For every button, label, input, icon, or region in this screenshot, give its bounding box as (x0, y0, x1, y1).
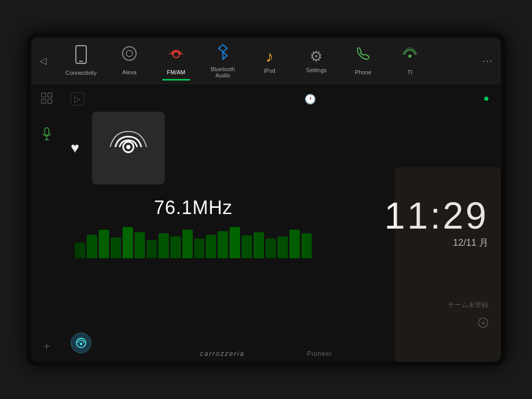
alexa-icon (122, 46, 137, 67)
svg-point-16 (80, 343, 83, 345)
eq-bar (182, 230, 193, 258)
nav-item-bluetooth[interactable]: BluetoothAudio (200, 38, 246, 83)
bluetooth-icon (217, 43, 229, 64)
nav-item-phone[interactable]: Phone (340, 42, 387, 79)
settings-icon: ⚙ (310, 48, 323, 65)
eq-bar (206, 235, 216, 258)
eq-bar (135, 232, 145, 258)
ti-label: TI (407, 69, 413, 75)
fm-display-area: ▷ 🕐 ♥ (62, 84, 324, 362)
scroll-icon[interactable] (478, 317, 488, 330)
right-panel: 11:29 12/11 月 チーム未登録 (324, 84, 501, 362)
add-icon[interactable]: + (44, 340, 50, 353)
eq-bar (289, 230, 300, 258)
nav-item-ipod[interactable]: ♪ iPod (246, 44, 293, 78)
eq-bar (147, 240, 157, 258)
svg-rect-0 (76, 46, 86, 63)
svg-point-5 (408, 55, 411, 58)
eq-bar (123, 227, 133, 258)
clock-display: 11:29 (337, 197, 488, 234)
eq-bar (194, 238, 205, 258)
svg-point-3 (126, 50, 132, 57)
eq-bar (170, 236, 181, 258)
phone-icon (355, 46, 371, 67)
main-content: + ▷ 🕐 ♥ (31, 84, 501, 362)
connectivity-label: Connectivity (65, 70, 97, 76)
ipod-label: iPod (264, 68, 275, 74)
radio-wave-icon (105, 124, 152, 172)
mic-icon[interactable] (42, 127, 51, 144)
car-head-unit: ◁ Connectivity (27, 33, 505, 366)
nav-item-ti[interactable]: TI (387, 42, 433, 79)
fmam-icon (167, 46, 185, 67)
play-button[interactable]: ▷ (71, 92, 84, 105)
fm-player-display: ♥ (71, 112, 316, 184)
fmam-label: FM/AM (167, 69, 185, 75)
clock-icon: 🕐 (304, 94, 316, 105)
brand-pioneer: Pioneer (307, 350, 332, 357)
eq-bar (99, 230, 109, 258)
radio-album-art (92, 112, 165, 184)
svg-rect-10 (45, 128, 49, 135)
navigation-bar: ◁ Connectivity (31, 37, 501, 84)
left-sidebar: + (31, 84, 62, 362)
eq-bar (158, 233, 169, 258)
eq-bar (254, 232, 264, 258)
nav-items-container: Connectivity Alexa (56, 38, 482, 83)
ipod-icon: ♪ (265, 48, 273, 65)
phone-label: Phone (355, 69, 371, 75)
date-display: 12/11 月 (337, 236, 488, 249)
team-status-text: チーム未登録 (448, 300, 488, 310)
frequency-display: 76.1MHz (71, 197, 316, 219)
svg-point-2 (123, 47, 136, 60)
svg-rect-1 (79, 61, 83, 62)
status-dot (484, 97, 488, 101)
ti-icon (402, 46, 418, 67)
settings-label: Settings (306, 67, 327, 73)
nav-right-icons: ⋯ (482, 55, 493, 67)
svg-rect-9 (48, 99, 52, 103)
brand-carrozzeria: carrozzeria (200, 350, 245, 357)
svg-rect-8 (42, 99, 46, 103)
eq-bar (75, 243, 85, 258)
eq-bar (277, 236, 288, 258)
main-screen: ◁ Connectivity (31, 37, 501, 362)
back-icon[interactable]: ◁ (39, 55, 47, 66)
equalizer-bars (71, 227, 316, 258)
svg-point-17 (478, 318, 488, 327)
grid-menu-icon[interactable] (41, 92, 52, 107)
eq-bar (218, 231, 228, 258)
svg-rect-7 (48, 93, 52, 97)
eq-bar (242, 235, 252, 258)
bluetooth-label: BluetoothAudio (211, 66, 235, 78)
brand-bar: carrozzeria Pioneer (200, 350, 332, 357)
svg-point-14 (126, 145, 130, 149)
eq-bar (301, 233, 312, 258)
svg-rect-6 (42, 93, 46, 97)
eq-bar (230, 227, 240, 258)
alexa-label: Alexa (122, 69, 137, 75)
radio-source-button[interactable] (71, 332, 91, 353)
nav-item-fmam[interactable]: FM/AM (153, 42, 200, 79)
favorite-button[interactable]: ♥ (71, 140, 79, 156)
nav-item-alexa[interactable]: Alexa (106, 42, 153, 79)
nav-item-settings[interactable]: ⚙ Settings (293, 44, 340, 77)
connectivity-icon (74, 45, 88, 68)
eq-bar (111, 237, 121, 258)
nav-item-connectivity[interactable]: Connectivity (56, 41, 106, 80)
apps-grid-icon[interactable]: ⋯ (482, 55, 493, 67)
eq-bar (87, 235, 97, 258)
fm-top-row: ▷ 🕐 (71, 92, 316, 105)
eq-bar (265, 238, 276, 258)
